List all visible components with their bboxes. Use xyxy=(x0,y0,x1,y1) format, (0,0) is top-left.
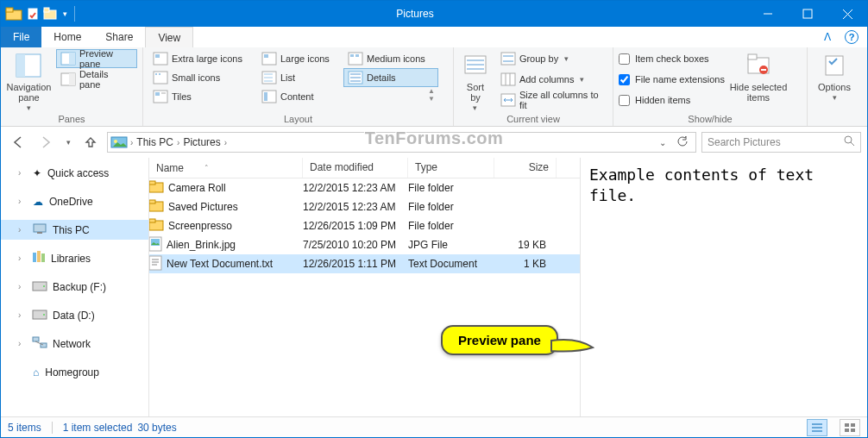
add-columns-button[interactable]: Add columns▾ xyxy=(496,70,607,89)
search-placeholder: Search Pictures xyxy=(708,136,781,148)
options-button[interactable]: Options ▾ xyxy=(813,49,856,103)
svg-rect-59 xyxy=(37,232,42,234)
preview-pane-button[interactable]: Preview pane xyxy=(56,49,137,68)
nav-homegroup[interactable]: ⌂Homegroup xyxy=(1,362,148,382)
ribbon-collapse-icon[interactable]: ᐱ xyxy=(810,27,845,47)
sort-by-button[interactable]: Sort by ▾ xyxy=(459,49,492,113)
drive-icon xyxy=(33,310,47,322)
svg-rect-85 xyxy=(845,423,849,427)
breadcrumb-this-pc[interactable]: This PC xyxy=(136,136,173,148)
refresh-icon[interactable] xyxy=(673,135,692,150)
view-details-icon[interactable] xyxy=(807,419,827,436)
folder-icon xyxy=(6,8,22,20)
column-headers: Name˄ Date modified Type Size xyxy=(149,158,580,178)
svg-line-57 xyxy=(851,142,854,146)
group-by-button[interactable]: Group by▾ xyxy=(496,49,607,68)
hide-selected-button[interactable]: Hide selected items xyxy=(729,49,788,110)
table-row[interactable]: Saved Pictures12/2/2015 12:23 AMFile fol… xyxy=(149,197,580,216)
back-button[interactable] xyxy=(7,131,29,153)
svg-rect-75 xyxy=(149,219,155,222)
layout-details[interactable]: Details xyxy=(343,68,438,87)
svg-point-55 xyxy=(114,140,117,143)
libraries-icon xyxy=(33,251,45,266)
search-icon xyxy=(844,135,855,149)
ribbon: Navigation pane ▾ Preview pane Details p… xyxy=(1,47,867,127)
folder-icon xyxy=(149,200,163,214)
address-dropdown-icon[interactable]: ⌄ xyxy=(656,138,670,147)
size-columns-button[interactable]: Size all columns to fit xyxy=(496,91,607,110)
up-button[interactable] xyxy=(79,131,102,153)
qat-dropdown-icon[interactable]: ▾ xyxy=(63,9,67,18)
layout-extra-large[interactable]: Extra large icons xyxy=(148,49,257,68)
svg-rect-60 xyxy=(33,253,36,262)
address-bar[interactable]: › This PC › Pictures › ⌄ xyxy=(107,132,696,153)
tab-view[interactable]: View xyxy=(145,27,193,47)
table-row[interactable]: Alien_Brink.jpg7/25/2010 10:20 PMJPG Fil… xyxy=(149,235,580,254)
forward-button[interactable] xyxy=(35,131,57,153)
chevron-right-icon[interactable]: › xyxy=(224,138,227,147)
details-pane-button[interactable]: Details pane xyxy=(56,70,137,89)
jpg-icon xyxy=(149,237,161,253)
tab-file[interactable]: File xyxy=(1,27,41,47)
close-button[interactable] xyxy=(827,1,867,27)
col-name[interactable]: Name˄ xyxy=(149,158,303,178)
item-check-boxes-toggle[interactable]: Item check boxes xyxy=(619,49,725,68)
svg-point-64 xyxy=(43,285,45,287)
tab-home[interactable]: Home xyxy=(41,27,93,47)
nav-quick-access[interactable]: ›✦Quick access xyxy=(1,163,148,183)
svg-rect-24 xyxy=(159,73,160,75)
layout-large[interactable]: Large icons xyxy=(257,49,343,68)
table-row[interactable]: New Text Document.txt12/26/2015 1:11 PMT… xyxy=(149,254,580,273)
minimize-button[interactable] xyxy=(748,1,788,27)
layout-small[interactable]: Small icons xyxy=(148,68,257,87)
status-selected-count: 1 item selected xyxy=(63,422,133,434)
svg-rect-21 xyxy=(355,54,359,57)
layout-medium[interactable]: Medium icons xyxy=(343,49,438,68)
nav-this-pc[interactable]: ›This PC xyxy=(1,220,148,240)
table-row[interactable]: Screenpresso12/26/2015 1:09 PMFile folde… xyxy=(149,216,580,235)
svg-rect-12 xyxy=(69,53,75,65)
help-icon[interactable]: ? xyxy=(845,30,859,44)
search-box[interactable]: Search Pictures xyxy=(701,132,861,153)
nav-onedrive[interactable]: ›☁OneDrive xyxy=(1,191,148,211)
scroll-up-icon[interactable]: ▲ xyxy=(428,87,435,95)
status-bar: 5 items 1 item selected 30 bytes xyxy=(1,416,867,437)
svg-rect-86 xyxy=(851,423,855,427)
svg-rect-87 xyxy=(845,429,849,432)
layout-list[interactable]: List xyxy=(257,68,343,87)
svg-rect-1 xyxy=(6,8,13,12)
new-folder-icon[interactable] xyxy=(44,8,58,20)
nav-backup-drive[interactable]: ›Backup (F:) xyxy=(1,277,148,297)
table-row[interactable]: Camera Roll12/2/2015 12:23 AMFile folder xyxy=(149,178,580,197)
chevron-right-icon[interactable]: › xyxy=(130,138,133,147)
view-thumbnails-icon[interactable] xyxy=(840,419,860,436)
layout-content[interactable]: Content xyxy=(257,87,343,106)
layout-tiles[interactable]: Tiles xyxy=(148,87,257,106)
nav-libraries[interactable]: ›Libraries xyxy=(1,248,148,268)
col-date[interactable]: Date modified xyxy=(303,158,408,178)
hidden-items-toggle[interactable]: Hidden items xyxy=(619,91,725,110)
file-extensions-toggle[interactable]: File name extensions xyxy=(619,70,725,89)
col-type[interactable]: Type xyxy=(408,158,494,178)
svg-rect-4 xyxy=(44,8,49,12)
nav-data-drive[interactable]: ›Data (D:) xyxy=(1,305,148,325)
window-title: Pictures xyxy=(82,8,748,20)
nav-network[interactable]: ›Network xyxy=(1,334,148,354)
pc-icon xyxy=(33,223,47,236)
drive-icon xyxy=(33,281,47,293)
navigation-pane-button[interactable]: Navigation pane ▾ xyxy=(6,49,52,113)
chevron-right-icon[interactable]: › xyxy=(177,138,179,147)
maximize-button[interactable] xyxy=(788,1,827,27)
tab-share[interactable]: Share xyxy=(93,27,145,47)
dropdown-icon: ▾ xyxy=(473,104,477,113)
scroll-down-icon[interactable]: ▼ xyxy=(428,95,435,103)
sort-asc-icon: ˄ xyxy=(204,164,209,172)
breadcrumb-pictures[interactable]: Pictures xyxy=(183,136,220,148)
col-size[interactable]: Size xyxy=(494,158,557,178)
properties-icon[interactable] xyxy=(27,8,39,20)
svg-rect-23 xyxy=(155,73,157,75)
navigation-pane: ›✦Quick access ›☁OneDrive ›This PC ›Libr… xyxy=(1,158,149,416)
svg-rect-61 xyxy=(37,251,41,262)
recent-dropdown[interactable]: ▾ xyxy=(62,131,74,153)
ribbon-tabs: File Home Share View ᐱ ? xyxy=(1,27,867,47)
